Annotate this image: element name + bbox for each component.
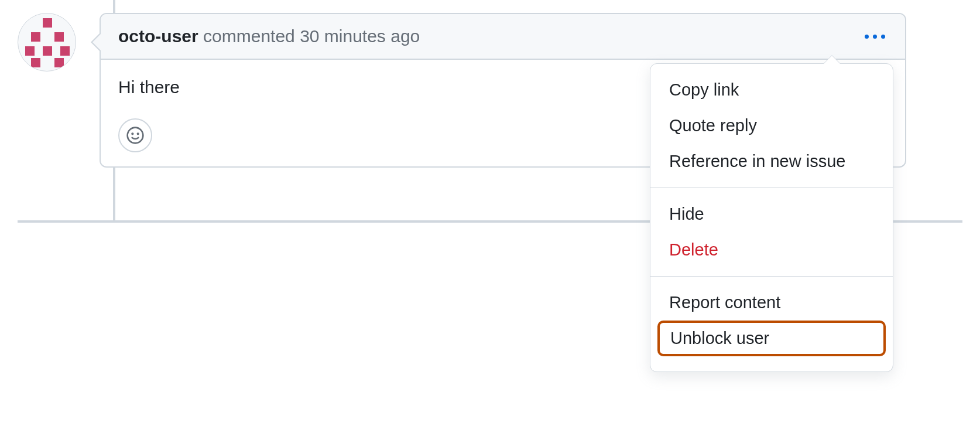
username[interactable]: octo-user xyxy=(118,26,198,46)
comment-header: octo-user commented 30 minutes ago xyxy=(101,14,905,60)
dropdown-section-2: Hide Delete xyxy=(650,188,893,276)
svg-point-1 xyxy=(132,134,133,135)
comment-header-text: octo-user commented 30 minutes ago xyxy=(118,26,420,46)
timestamp[interactable]: 30 minutes ago xyxy=(300,26,420,46)
menu-item-delete[interactable]: Delete xyxy=(650,232,893,268)
menu-item-report-content[interactable]: Report content xyxy=(650,285,893,321)
kebab-icon xyxy=(865,35,885,39)
kebab-menu-button[interactable] xyxy=(862,26,888,47)
dropdown-section-1: Copy link Quote reply Reference in new i… xyxy=(650,64,893,188)
comment-actions-dropdown: Copy link Quote reply Reference in new i… xyxy=(650,63,893,372)
avatar[interactable] xyxy=(18,13,76,71)
add-reaction-button[interactable] xyxy=(118,118,152,152)
svg-point-2 xyxy=(138,134,139,135)
dropdown-section-3: Report content Unblock user xyxy=(650,277,893,372)
menu-item-copy-link[interactable]: Copy link xyxy=(650,72,893,108)
menu-item-hide[interactable]: Hide xyxy=(650,196,893,232)
svg-point-0 xyxy=(128,128,143,144)
action-text: commented xyxy=(203,26,295,46)
comment-arrow xyxy=(92,33,101,51)
identicon-icon xyxy=(18,13,76,71)
smiley-icon xyxy=(126,126,145,145)
menu-item-quote-reply[interactable]: Quote reply xyxy=(650,108,893,144)
menu-item-unblock-user[interactable]: Unblock user xyxy=(657,321,886,356)
dropdown-caret xyxy=(824,56,840,64)
menu-item-reference-issue[interactable]: Reference in new issue xyxy=(650,144,893,179)
